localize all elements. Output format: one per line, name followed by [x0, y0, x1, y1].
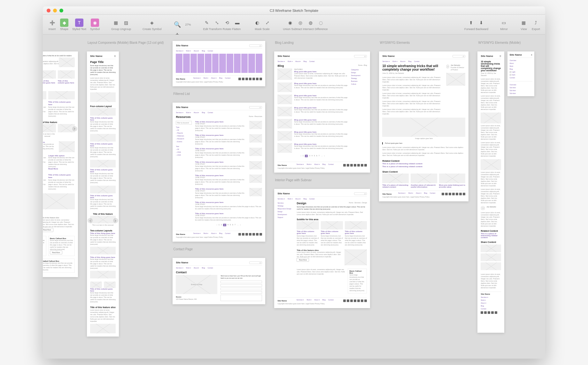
artboard-label: nts: [43, 41, 78, 44]
transform-icon[interactable]: ⤡: [213, 19, 221, 27]
artboard-blank-grid[interactable]: Site Name Services ▾Work ▾About ▾BlogCon…: [173, 41, 265, 86]
magnifier-icon[interactable]: 🔍: [173, 20, 182, 29]
mirror-icon[interactable]: ▭: [500, 19, 508, 27]
chevron-right-icon[interactable]: ›: [72, 126, 77, 131]
artboard-interior-subnav[interactable]: Site Name Services ▾Work ▾About ▾BlogCon…: [274, 189, 370, 308]
mask-icon[interactable]: ◐: [253, 19, 261, 27]
view-icon[interactable]: ▦: [520, 19, 528, 27]
artboard-label: WYSIWYG Elements (Mobile): [477, 41, 534, 44]
artboard-label: Filtered List: [173, 92, 265, 96]
artboard-label: Contact Page: [173, 247, 265, 251]
zoom-level: 27%: [185, 23, 191, 26]
styled-text-icon[interactable]: T: [75, 19, 83, 27]
artboard-filtered-list[interactable]: Site Name Services ▾Work ▾About ▾BlogCon…: [173, 103, 265, 242]
subtract-icon[interactable]: ◎: [296, 19, 305, 27]
artboard-label: Interior Page with Subnav: [274, 178, 370, 182]
menu-icon: ☰: [499, 55, 501, 57]
artboard-label: Layout Components (Mobile) Blank Page (1…: [87, 41, 164, 44]
minimize-icon[interactable]: [53, 9, 57, 12]
intersect-icon[interactable]: ◍: [306, 19, 315, 27]
artboard-mobile-menu[interactable]: Site Name✕ Overview About Work Blog ⬜ Li…: [507, 51, 534, 96]
artboard-wysiwyg-mobile[interactable]: Site Name☰ 10 simple wireframing tricks …: [477, 51, 504, 333]
search-input: [354, 192, 367, 195]
grid-columns: [176, 54, 262, 73]
group-icon[interactable]: ▦: [112, 19, 120, 27]
close-icon[interactable]: [47, 9, 50, 12]
forward-icon[interactable]: ⬆: [467, 19, 475, 27]
ungroup-icon[interactable]: ▨: [122, 19, 130, 27]
app-window: C3 Wireframe Sketch Template ➕Insert ◆Sh…: [43, 6, 545, 359]
zoom-icon[interactable]: [59, 9, 63, 12]
window-title: C3 Wireframe Sketch Template: [270, 9, 318, 12]
artboard-label: WYSIWYG Elements: [379, 41, 468, 44]
chevron-left-icon[interactable]: ‹: [88, 218, 93, 223]
edit-icon[interactable]: ✎: [203, 19, 211, 27]
close-icon: ✕: [531, 54, 532, 56]
canvas[interactable]: nts ory text that can provide an overvie…: [43, 35, 545, 359]
shape-icon[interactable]: ◆: [60, 19, 68, 27]
create-symbol-icon[interactable]: ◈: [148, 19, 156, 27]
symbol-icon[interactable]: ◉: [91, 19, 99, 27]
artboard-contact[interactable]: Site Name Services ▾Work ▾About ▾BlogCon…: [173, 258, 265, 304]
search-input: [354, 55, 367, 58]
artboard-blog-landing[interactable]: Site Name Services ▾Work ▾About ▾BlogCon…: [274, 51, 370, 173]
export-icon[interactable]: ⤴: [532, 19, 540, 27]
artboard-wysiwyg[interactable]: Site Name Services ▾Work ▾About ▾BlogCon…: [379, 51, 468, 201]
search-input: [249, 44, 262, 47]
rotate-icon[interactable]: ⟲: [223, 19, 231, 27]
artboard-mobile-layout[interactable]: Site Name☰ Page Title Some large introdu…: [87, 51, 119, 337]
insert-icon[interactable]: ➕: [48, 19, 56, 27]
search-input: [249, 261, 262, 264]
backward-icon[interactable]: ⬇: [477, 19, 485, 27]
titlebar: C3 Wireframe Sketch Template: [43, 6, 545, 15]
menu-icon: ☰: [114, 55, 116, 57]
flatten-icon[interactable]: ▬: [233, 19, 242, 27]
difference-icon[interactable]: ◌: [317, 19, 325, 27]
artboard-layout-components[interactable]: ory text that can provide an overview of…: [43, 51, 78, 277]
chevron-right-icon[interactable]: ›: [113, 218, 118, 223]
union-icon[interactable]: ◉: [286, 19, 294, 27]
scale-icon[interactable]: ⤢: [263, 19, 272, 27]
artboard-label: Blog Landing: [274, 41, 370, 44]
traffic-lights: [47, 9, 63, 12]
search-input: [453, 55, 465, 58]
search-input: [249, 106, 262, 109]
toolbar: ➕Insert ◆Shape TStyled Text ◉Symbol ▦▨Gr…: [43, 15, 545, 35]
